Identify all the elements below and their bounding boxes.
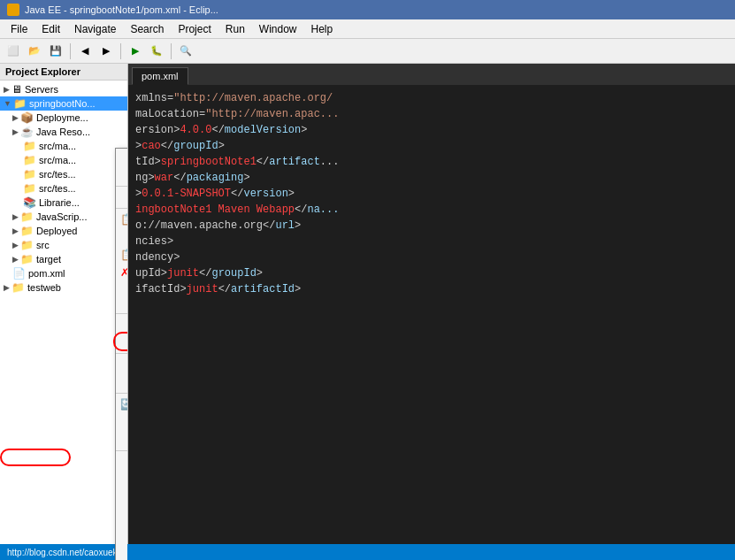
expand-icon: ▶ — [12, 127, 19, 136]
menu-search[interactable]: Search — [123, 21, 171, 37]
ctx-profile-as[interactable]: Profile As — [116, 488, 128, 506]
expand-icon: ▶ — [12, 226, 19, 235]
ctx-sep5 — [116, 393, 128, 394]
editor-tab-pomxml[interactable]: pom.xml — [132, 67, 188, 85]
xml-icon: 📄 — [12, 267, 26, 280]
deployed-label: Deployed — [36, 226, 77, 236]
folder-icon: 📁 — [23, 154, 36, 166]
ctx-close-project[interactable]: Close Project — [116, 413, 128, 431]
tree-libraries[interactable]: 📚 Librarie... — [0, 196, 127, 210]
expand-icon: ▶ — [12, 241, 19, 249]
toolbar-sep3 — [171, 43, 172, 59]
toolbar-sep2 — [120, 43, 121, 59]
ctx-refresh[interactable]: 🔄 RefreshF5 — [116, 395, 128, 413]
menu-navigate[interactable]: Navigate — [67, 21, 123, 37]
expand-icon: ▶ — [4, 283, 10, 292]
toolbar-new[interactable]: ⬜ — [4, 42, 23, 61]
tree-deployed[interactable]: ▶ 📁 Deployed — [0, 224, 127, 238]
ctx-go-into[interactable]: Go Into — [116, 166, 128, 184]
status-text: http://blog.csdn.net/caoxuekun — [7, 548, 127, 557]
tree-srcma2[interactable]: 📁 src/ma... — [0, 153, 127, 167]
ctx-team[interactable]: Team — [116, 541, 128, 559]
tree-srcma1[interactable]: 📁 src/ma... — [0, 139, 127, 153]
tree-deployment[interactable]: ▶ 📦 Deployme... — [0, 111, 127, 125]
code-line-5: tId>springbootNote1</artifact... — [135, 154, 728, 170]
ctx-sep1 — [116, 186, 128, 187]
menu-project[interactable]: Project — [171, 21, 218, 37]
main-layout: Project Explorer ▶ 🖥 Servers ▼ 📁 springb… — [0, 64, 735, 560]
menu-file[interactable]: File — [4, 21, 34, 37]
menu-edit[interactable]: Edit — [34, 21, 67, 37]
tree-srctest2[interactable]: 📁 src/tes... — [0, 181, 127, 196]
toolbar-debug[interactable]: 🐛 — [147, 42, 166, 61]
toolbar-run[interactable]: ▶ — [126, 42, 145, 61]
tree-javascript[interactable]: ▶ 📁 JavaScrip... — [0, 210, 127, 224]
srcma2-label: src/ma... — [39, 155, 76, 165]
ctx-copy-qualified[interactable]: Copy Qualified Name — [116, 228, 128, 246]
ctx-show-remote[interactable]: Show in Remote Systems view — [116, 471, 128, 488]
toolbar-open[interactable]: 📂 — [25, 42, 44, 61]
srctest2-label: src/tes... — [39, 183, 76, 194]
ctx-export[interactable]: Export — [116, 373, 128, 391]
java-label: Java Reso... — [36, 127, 90, 137]
toolbar-search[interactable]: 🔍 — [176, 42, 195, 61]
left-panel: Project Explorer ▶ 🖥 Servers ▼ 📁 springb… — [0, 64, 128, 560]
folder-icon: 📁 — [23, 168, 36, 180]
java-icon: ☕ — [20, 126, 34, 138]
app-icon — [7, 4, 19, 16]
target-label: target — [36, 254, 61, 265]
editor-area: pom.xml xmlns="http://maven.apache.org/ … — [128, 64, 735, 560]
src-label: src — [36, 240, 50, 250]
tree-springbootnote[interactable]: ▼ 📁 springbootNo... — [0, 96, 127, 111]
folder-icon: 📁 — [23, 140, 36, 152]
project-label: springbootNo... — [29, 98, 96, 109]
ctx-new[interactable]: New — [116, 149, 128, 166]
menu-help[interactable]: Help — [304, 21, 341, 37]
lib-label: Librarie... — [39, 197, 80, 208]
deploy-icon: 📦 — [20, 111, 34, 124]
code-line-11: ndency> — [135, 249, 728, 265]
code-line-9: o://maven.apache.org</url> — [135, 218, 728, 234]
code-content: xmlns="http://maven.apache.org/ maLocati… — [128, 85, 735, 303]
ctx-run-as[interactable]: Run As — [116, 524, 128, 541]
code-line-3: ersion>4.0.0</modelVersion> — [135, 122, 728, 138]
menu-run[interactable]: Run — [218, 21, 252, 37]
ctx-debug-as[interactable]: Debug As — [116, 506, 128, 524]
deploy-label: Deployme... — [36, 112, 88, 123]
ctx-show-in[interactable]: Show InAlt+Shift+W — [116, 188, 128, 206]
toolbar-save[interactable]: 💾 — [46, 42, 65, 61]
ctx-paste[interactable]: 📋 PasteCtrl+V — [116, 246, 128, 264]
ctx-delete[interactable]: ✗ DeleteDelete — [116, 264, 128, 281]
js-icon: 📁 — [20, 211, 34, 223]
menu-window[interactable]: Window — [252, 21, 304, 37]
context-menu: New Go Into Show InAlt+Shift+W 📋 CopyCtr… — [115, 148, 128, 560]
testweb-icon: 📁 — [11, 281, 25, 294]
toolbar-back[interactable]: ◀ — [75, 42, 95, 61]
ctx-import[interactable]: Import — [116, 356, 128, 373]
js-label: JavaScrip... — [36, 211, 87, 222]
status-bar: http://blog.csdn.net/caoxuekun — [0, 544, 735, 560]
tree-src[interactable]: ▶ 📁 src — [0, 238, 127, 252]
code-line-6: ng>war</packaging> — [135, 170, 728, 186]
ctx-close-unrelated[interactable]: Close Unrelated Projects — [116, 431, 128, 449]
expand-icon: ▶ — [12, 212, 19, 221]
ctx-sep6 — [116, 450, 128, 451]
tree-srctest1[interactable]: 📁 src/tes... — [0, 167, 127, 181]
code-line-12: upId>junit</groupId> — [135, 265, 728, 281]
tree-target[interactable]: ▶ 📁 target — [0, 252, 127, 266]
ctx-copy[interactable]: 📋 CopyCtrl+C — [116, 211, 128, 228]
project-tree: ▶ 🖥 Servers ▼ 📁 springbootNo... ▶ 📦 Depl… — [0, 81, 127, 296]
ctx-build-path[interactable]: Build Path — [116, 316, 128, 334]
tree-java-resources[interactable]: ▶ ☕ Java Reso... — [0, 125, 127, 139]
menu-bar: File Edit Navigate Search Project Run Wi… — [0, 19, 735, 39]
code-line-2: maLocation="http://maven.apac... — [135, 106, 728, 122]
tree-servers[interactable]: ▶ 🖥 Servers — [0, 82, 127, 96]
tree-pomxml[interactable]: 📄 pom.xml — [0, 266, 127, 280]
pom-label: pom.xml — [28, 268, 65, 279]
tree-testweb[interactable]: ▶ 📁 testweb — [0, 280, 127, 295]
ctx-refactor[interactable]: RefactorAlt+Shift+T — [116, 334, 128, 351]
ctx-sep3 — [116, 313, 128, 314]
maven-highlight-circle — [0, 449, 71, 466]
ctx-validate[interactable]: Validate — [116, 453, 128, 471]
toolbar-forward[interactable]: ▶ — [96, 42, 116, 61]
